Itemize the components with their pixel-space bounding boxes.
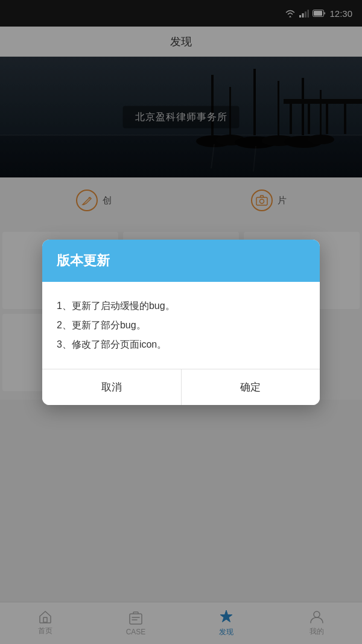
dialog-item-3: 3、修改了部分页面icon。 <box>57 335 305 354</box>
update-dialog: 版本更新 1、更新了启动缓慢的bug。 2、更新了部分bug。 3、修改了部分页… <box>42 240 320 405</box>
dialog-item-1: 1、更新了启动缓慢的bug。 <box>57 296 305 316</box>
overlay-backdrop: 版本更新 1、更新了启动缓慢的bug。 2、更新了部分bug。 3、修改了部分页… <box>0 0 362 644</box>
cancel-button[interactable]: 取消 <box>42 369 182 405</box>
dialog-footer: 取消 确定 <box>42 369 320 405</box>
dialog-body: 1、更新了启动缓慢的bug。 2、更新了部分bug。 3、修改了部分页面icon… <box>42 282 320 369</box>
dialog-item-2: 2、更新了部分bug。 <box>57 316 305 335</box>
confirm-button[interactable]: 确定 <box>182 369 320 405</box>
dialog-title: 版本更新 <box>57 253 110 268</box>
dialog-header: 版本更新 <box>42 240 320 282</box>
